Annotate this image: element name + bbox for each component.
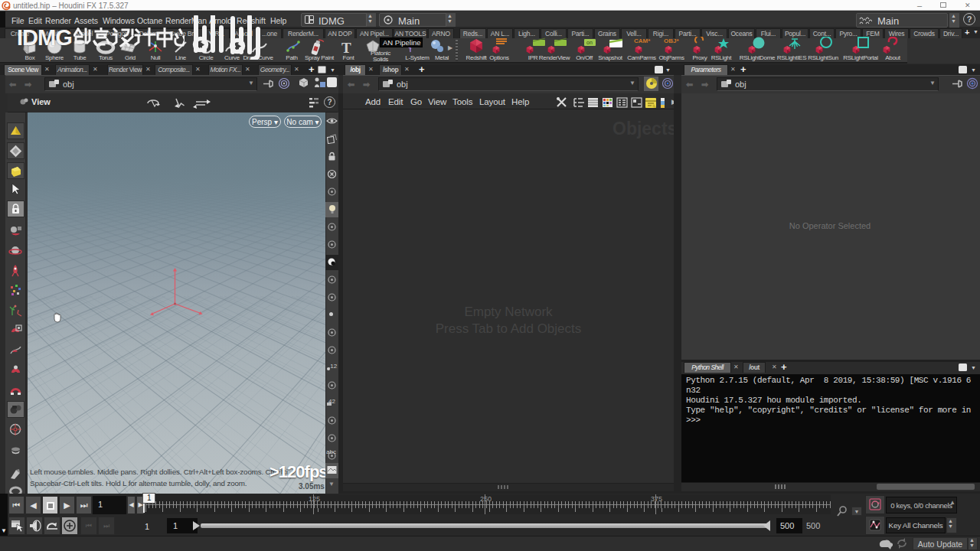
- svg-text:T: T: [341, 40, 351, 56]
- svg-text:on: on: [586, 40, 593, 45]
- svg-text:CAM*: CAM*: [634, 37, 651, 44]
- svg-text:OBJ*: OBJ*: [664, 37, 679, 44]
